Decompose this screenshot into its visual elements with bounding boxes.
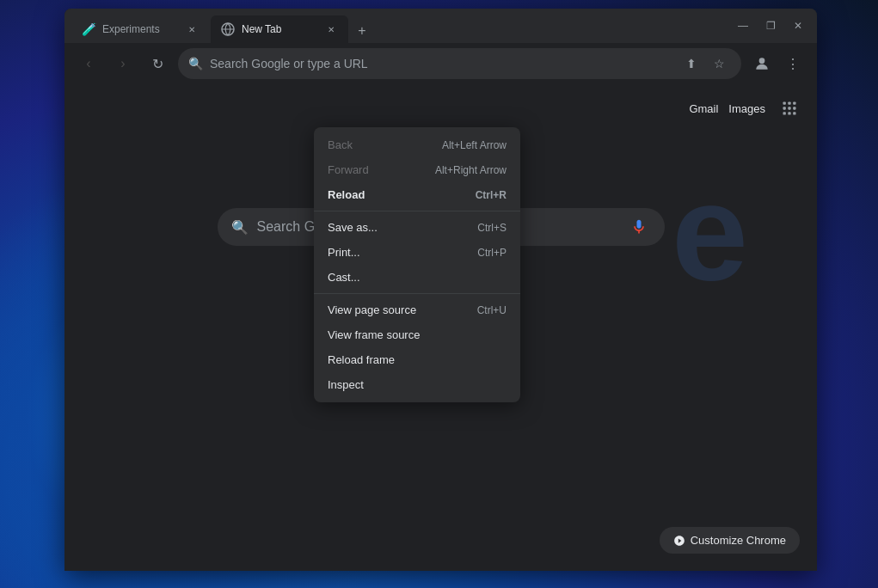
- toolbar-right: ⋮: [748, 50, 807, 77]
- tab-experiments[interactable]: 🧪 Experiments ✕: [71, 15, 209, 43]
- menu-item-reload[interactable]: Reload Ctrl+R: [314, 182, 520, 207]
- top-right-links: Gmail Images: [64, 84, 817, 122]
- menu-item-cast-label: Cast...: [328, 271, 360, 284]
- forward-button[interactable]: ›: [109, 50, 137, 77]
- menu-item-reload-frame-label: Reload frame: [328, 353, 395, 366]
- svg-rect-4: [793, 102, 795, 105]
- experiments-tab-title: Experiments: [102, 23, 178, 35]
- experiments-tab-close[interactable]: ✕: [185, 22, 199, 36]
- menu-item-save-as-shortcut: Ctrl+S: [477, 222, 507, 234]
- browser-window: 🧪 Experiments ✕ New Tab ✕ + — ❐ ✕ ‹ ›: [64, 9, 817, 571]
- menu-item-inspect[interactable]: Inspect: [314, 372, 520, 397]
- voice-search-button[interactable]: [627, 215, 651, 239]
- menu-item-forward-label: Forward: [328, 163, 369, 176]
- svg-rect-9: [788, 112, 790, 114]
- title-bar: 🧪 Experiments ✕ New Tab ✕ + — ❐ ✕: [64, 9, 817, 43]
- menu-item-view-page-source[interactable]: View page source Ctrl+U: [314, 297, 520, 322]
- minimize-button[interactable]: —: [731, 14, 755, 38]
- gmail-link[interactable]: Gmail: [689, 102, 718, 115]
- menu-item-inspect-label: Inspect: [328, 378, 364, 391]
- customize-chrome-label: Customize Chrome: [691, 534, 786, 547]
- menu-item-back-label: Back: [328, 138, 353, 151]
- maximize-button[interactable]: ❐: [758, 14, 783, 38]
- address-bar[interactable]: 🔍 Search Google or type a URL ⬆ ☆: [178, 48, 741, 79]
- menu-item-reload-shortcut: Ctrl+R: [476, 189, 507, 201]
- menu-item-reload-label: Reload: [328, 188, 365, 201]
- tabs-area: 🧪 Experiments ✕ New Tab ✕ +: [71, 9, 728, 43]
- svg-rect-2: [783, 102, 786, 105]
- menu-item-view-page-source-shortcut: Ctrl+U: [477, 304, 507, 316]
- content-area: Back Alt+Left Arrow Forward Alt+Right Ar…: [64, 84, 817, 571]
- svg-rect-5: [783, 107, 786, 109]
- google-logo-bg: e: [672, 153, 748, 311]
- menu-item-reload-frame[interactable]: Reload frame: [314, 347, 520, 372]
- profile-button[interactable]: [748, 50, 776, 77]
- menu-item-view-page-source-label: View page source: [328, 303, 416, 316]
- menu-item-cast[interactable]: Cast...: [314, 265, 520, 290]
- chrome-menu-button[interactable]: ⋮: [779, 50, 807, 77]
- share-button[interactable]: ⬆: [679, 52, 703, 76]
- menu-divider-2: [314, 293, 520, 294]
- new-tab-favicon: [221, 22, 235, 36]
- menu-item-print[interactable]: Print... Ctrl+P: [314, 240, 520, 265]
- new-tab-title: New Tab: [242, 23, 317, 35]
- nav-bar: ‹ › ↻ 🔍 Search Google or type a URL ⬆ ☆ …: [64, 43, 817, 84]
- svg-rect-7: [793, 107, 795, 109]
- address-bar-text: Search Google or type a URL: [210, 57, 672, 70]
- apps-grid-button[interactable]: [776, 95, 803, 122]
- address-bar-actions: ⬆ ☆: [679, 52, 731, 76]
- menu-divider-1: [314, 211, 520, 211]
- svg-rect-8: [783, 112, 786, 114]
- experiments-favicon: 🧪: [82, 22, 95, 36]
- svg-point-1: [759, 58, 765, 64]
- tab-new-tab[interactable]: New Tab ✕: [211, 15, 348, 43]
- menu-item-forward[interactable]: Forward Alt+Right Arrow: [314, 157, 520, 182]
- search-bar-icon: 🔍: [231, 219, 249, 236]
- close-button[interactable]: ✕: [786, 14, 810, 38]
- customize-chrome-button[interactable]: Customize Chrome: [660, 527, 800, 554]
- reload-button[interactable]: ↻: [144, 50, 171, 77]
- search-icon: 🔍: [188, 57, 203, 70]
- bookmark-button[interactable]: ☆: [707, 52, 731, 76]
- window-controls: — ❐ ✕: [731, 14, 810, 38]
- menu-item-save-as[interactable]: Save as... Ctrl+S: [314, 215, 520, 240]
- menu-item-view-frame-source[interactable]: View frame source: [314, 322, 520, 347]
- menu-item-back[interactable]: Back Alt+Left Arrow: [314, 132, 520, 157]
- menu-item-forward-shortcut: Alt+Right Arrow: [435, 164, 507, 176]
- svg-rect-6: [788, 107, 790, 109]
- images-link[interactable]: Images: [728, 102, 765, 115]
- new-tab-close[interactable]: ✕: [324, 22, 338, 36]
- back-button[interactable]: ‹: [75, 50, 102, 77]
- menu-item-save-as-label: Save as...: [328, 221, 378, 234]
- menu-item-print-label: Print...: [328, 246, 360, 259]
- menu-item-view-frame-source-label: View frame source: [328, 328, 420, 341]
- svg-rect-10: [793, 112, 795, 114]
- menu-item-print-shortcut: Ctrl+P: [477, 247, 507, 259]
- new-tab-button[interactable]: +: [350, 19, 374, 43]
- context-menu: Back Alt+Left Arrow Forward Alt+Right Ar…: [314, 127, 520, 402]
- svg-rect-3: [788, 102, 790, 105]
- menu-item-back-shortcut: Alt+Left Arrow: [442, 139, 507, 151]
